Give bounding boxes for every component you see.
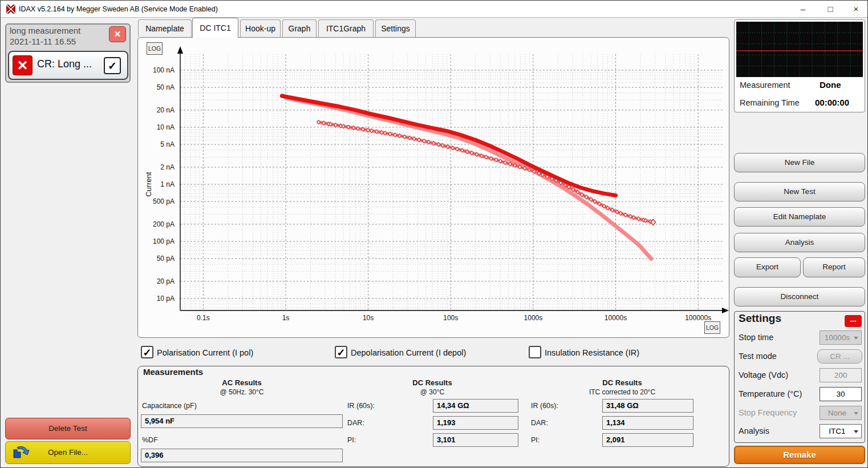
- remaining-time-value: 00:00:00: [815, 98, 849, 107]
- delete-test-button[interactable]: Delete Test: [5, 418, 131, 439]
- new-test-button[interactable]: New Test: [734, 182, 865, 201]
- maximize-button[interactable]: □: [821, 1, 840, 18]
- measurement-status-label: Measurement: [740, 80, 790, 90]
- dc-ir-label: IR (60s):: [347, 399, 375, 413]
- dc-pi-label: PI:: [347, 433, 356, 447]
- stop-time-select[interactable]: 10000s: [820, 330, 862, 345]
- analysis-button[interactable]: Analysis: [734, 233, 865, 252]
- tab-itc1graph[interactable]: ITC1Graph: [318, 19, 374, 37]
- svg-text:200 pA: 200 pA: [153, 220, 175, 228]
- open-file-label: Open File...: [48, 448, 88, 457]
- svg-text:1 nA: 1 nA: [160, 180, 175, 188]
- dc-dar-label: DAR:: [347, 416, 364, 430]
- itc-pi-label: PI:: [531, 433, 540, 447]
- dc-dar-value[interactable]: 1,193: [433, 416, 518, 430]
- svg-text:10000s: 10000s: [605, 314, 627, 322]
- checkbox-idepol[interactable]: ✓: [335, 346, 347, 358]
- tab-hook-up[interactable]: Hook-up: [240, 19, 281, 37]
- measurements-title: Measurements: [143, 367, 203, 377]
- voltage-label: Voltage (Vdc): [739, 368, 788, 382]
- test-mode-button[interactable]: CR ...: [817, 349, 862, 364]
- svg-text:50 pA: 50 pA: [157, 255, 175, 263]
- remake-button[interactable]: Remake: [734, 446, 865, 464]
- svg-text:10 nA: 10 nA: [157, 123, 175, 131]
- report-button[interactable]: Report: [803, 257, 865, 277]
- y-axis-log-button[interactable]: LOG: [147, 42, 163, 55]
- test-date: 2021-11-11 16.55: [10, 37, 76, 46]
- voltage-field[interactable]: 200: [820, 368, 862, 382]
- temperature-label: Temperature (°C): [739, 387, 802, 401]
- tab-settings[interactable]: Settings: [375, 19, 416, 37]
- checkbox-ir-label: Insulation Resistance (IR): [545, 346, 639, 359]
- test-name: long measurement: [10, 26, 80, 35]
- svg-text:2 nA: 2 nA: [160, 163, 175, 171]
- dc-itc-results-header: DC Results: [559, 378, 685, 387]
- itc-ir-value[interactable]: 31,48 GΩ: [602, 399, 693, 413]
- settings-menu-button[interactable]: ...: [845, 315, 862, 327]
- tab-dc-itc1[interactable]: DC ITC1: [192, 18, 238, 38]
- df-label: %DF: [142, 433, 158, 447]
- tab-nameplate[interactable]: Nameplate: [138, 19, 192, 37]
- analysis-select[interactable]: ITC1: [820, 424, 862, 438]
- svg-text:20 pA: 20 pA: [157, 277, 175, 285]
- dc-itc1-chart: 100 nA50 nA20 nA10 nA5 nA2 nA1 nA500 pA2…: [137, 37, 729, 338]
- measurement-status-icon: ✕: [13, 55, 33, 75]
- settings-title: Settings: [739, 312, 781, 325]
- app-logo-icon: [6, 4, 16, 14]
- measurement-item-checkbox[interactable]: ✓: [104, 57, 121, 74]
- svg-text:0.1s: 0.1s: [197, 314, 210, 322]
- checkbox-ipol-label: Polarisation Current (I pol): [157, 346, 253, 359]
- itc-dar-value[interactable]: 1,134: [602, 416, 693, 430]
- capacitance-value[interactable]: 5,954 nF: [141, 414, 343, 428]
- open-file-button[interactable]: Open File...: [5, 441, 131, 464]
- svg-text:100 nA: 100 nA: [153, 66, 175, 74]
- stop-frequency-select[interactable]: None: [820, 406, 862, 420]
- x-axis-log-button[interactable]: LOG: [704, 321, 720, 334]
- chevron-down-icon: [854, 430, 858, 433]
- dc-itc-results-subheader: ITC corrected to 20°C: [559, 388, 685, 396]
- svg-text:100000s: 100000s: [685, 314, 711, 322]
- window-title: IDAX v5.2.164 by Megger Sweden AB (Servi…: [19, 1, 218, 18]
- measurement-item-label: CR: Long ...: [37, 58, 92, 70]
- svg-text:50 nA: 50 nA: [157, 83, 175, 91]
- dc-results-subheader: @ 30°C: [370, 388, 495, 396]
- title-bar: IDAX v5.2.164 by Megger Sweden AB (Servi…: [1, 1, 867, 18]
- stop-time-label: Stop time: [739, 330, 773, 345]
- remaining-time-label: Remaining Time: [740, 98, 800, 107]
- checkbox-ir[interactable]: [529, 346, 541, 358]
- checkbox-ipol[interactable]: ✓: [141, 346, 153, 358]
- close-button[interactable]: ×: [846, 1, 866, 18]
- minimize-button[interactable]: –: [793, 1, 813, 18]
- export-button[interactable]: Export: [734, 257, 801, 277]
- svg-text:20 nA: 20 nA: [157, 106, 175, 114]
- stop-frequency-label: Stop Frequency: [739, 406, 797, 420]
- ac-results-subheader: @ 50Hz. 30°C: [179, 388, 305, 396]
- svg-text:1s: 1s: [282, 314, 290, 322]
- disconnect-button[interactable]: Disconnect: [734, 287, 865, 306]
- test-close-button[interactable]: ✕: [109, 26, 126, 42]
- analysis-setting-label: Analysis: [739, 424, 769, 438]
- new-file-button[interactable]: New File: [734, 153, 865, 172]
- svg-text:500 pA: 500 pA: [153, 197, 175, 205]
- svg-text:1000s: 1000s: [524, 314, 543, 322]
- capacitance-label: Capacitance (pF): [142, 399, 197, 413]
- tab-graph[interactable]: Graph: [282, 19, 317, 37]
- svg-text:100 pA: 100 pA: [153, 237, 175, 245]
- itc-dar-label: DAR:: [531, 416, 548, 430]
- open-file-icon: [13, 445, 30, 461]
- dc-ir-value[interactable]: 14,34 GΩ: [433, 399, 518, 413]
- ac-results-header: AC Results: [179, 378, 305, 387]
- dc-results-header: DC Results: [370, 378, 495, 387]
- svg-text:10s: 10s: [363, 314, 374, 322]
- svg-text:10 pA: 10 pA: [157, 294, 175, 302]
- svg-text:Current: Current: [144, 172, 153, 197]
- checkbox-idepol-label: Depolarisation Current (I depol): [351, 346, 466, 359]
- live-signal-display: [736, 22, 863, 77]
- test-mode-label: Test mode: [739, 349, 777, 364]
- df-value[interactable]: 0,396: [141, 449, 343, 462]
- edit-nameplate-button[interactable]: Edit Nameplate: [734, 207, 865, 227]
- temperature-field[interactable]: 30: [820, 387, 862, 401]
- svg-text:100s: 100s: [443, 314, 458, 322]
- dc-pi-value[interactable]: 3,101: [433, 433, 518, 447]
- itc-pi-value[interactable]: 2,091: [602, 433, 693, 447]
